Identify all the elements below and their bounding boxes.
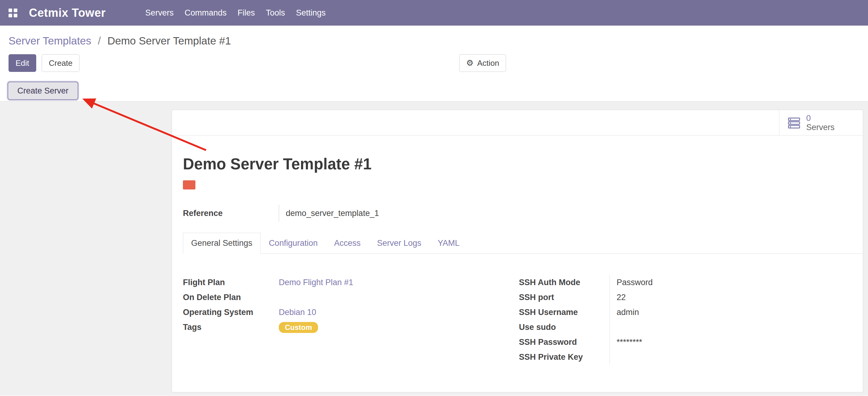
card-header: 0 Servers [172,110,863,136]
brand-title[interactable]: Cetmix Tower [29,6,105,20]
nav-item-tools[interactable]: Tools [260,5,290,21]
breadcrumb-parent-link[interactable]: Server Templates [8,35,91,47]
field-value: ******** [610,335,844,350]
create-button[interactable]: Create [42,54,80,72]
nav-item-settings[interactable]: Settings [290,5,331,21]
servers-icon [787,117,801,129]
field-label: SSH Private Key [519,352,610,362]
server-template-form: 0 Servers Demo Server Template #1 Refere… [172,110,863,392]
notebook-tabs: General Settings Configuration Access Se… [183,233,863,254]
field-ssh-auth-mode: SSH Auth Mode Password [519,275,844,290]
create-server-button[interactable]: Create Server [8,82,78,100]
apps-menu-icon[interactable] [8,8,17,17]
nav-item-files[interactable]: Files [232,5,260,21]
servers-count: 0 [806,114,835,123]
field-label: SSH Password [519,338,610,347]
action-menu-label: Action [477,58,499,68]
control-panel: Server Templates / Demo Server Template … [0,26,868,102]
field-label: Use sudo [519,322,610,332]
gear-icon: ⚙ [466,59,473,67]
field-value: Password [610,275,844,290]
tab-yaml[interactable]: YAML [429,233,468,254]
tab-server-logs[interactable]: Server Logs [369,233,430,254]
field-label: Tags [183,322,279,332]
field-reference: Reference demo_server_template_1 [183,205,863,222]
field-flight-plan: Flight Plan Demo Flight Plan #1 [183,275,519,290]
top-navbar: Cetmix Tower Servers Commands Files Tool… [0,0,868,26]
servers-stat-button[interactable]: 0 Servers [779,110,863,135]
operating-system-link[interactable]: Debian 10 [279,308,316,317]
nav-item-servers[interactable]: Servers [140,5,179,21]
field-label: SSH port [519,293,610,302]
field-value [610,350,844,365]
field-on-delete-plan: On Delete Plan [183,290,519,305]
template-title: Demo Server Template #1 [183,155,863,173]
flight-plan-link[interactable]: Demo Flight Plan #1 [279,278,353,287]
field-ssh-username: SSH Username admin [519,305,844,320]
field-tags: Tags Custom [183,320,519,335]
action-menu-button[interactable]: ⚙ Action [459,54,506,72]
field-value [610,320,844,335]
servers-stat-label: Servers [806,123,835,132]
breadcrumb-separator: / [98,35,101,47]
edit-button[interactable]: Edit [8,54,36,72]
field-label: Reference [183,205,279,222]
color-swatch [183,180,195,190]
tab-access[interactable]: Access [326,233,369,254]
field-label: SSH Auth Mode [519,278,610,287]
field-label: On Delete Plan [183,293,279,302]
field-value: 22 [610,290,844,305]
breadcrumb: Server Templates / Demo Server Template … [0,26,868,47]
field-label: Operating System [183,308,279,317]
field-ssh-password: SSH Password ******** [519,335,844,350]
card-body: Demo Server Template #1 Reference demo_s… [172,136,863,365]
field-label: Flight Plan [183,278,279,287]
statusbar: Create Server [8,82,868,100]
field-use-sudo: Use sudo [519,320,844,335]
field-ssh-port: SSH port 22 [519,290,844,305]
field-value: demo_server_template_1 [279,205,863,222]
right-field-group: SSH Auth Mode Password SSH port 22 SSH U… [519,275,844,365]
breadcrumb-current: Demo Server Template #1 [107,35,231,47]
tag-badge: Custom [279,322,318,333]
tab-general-settings[interactable]: General Settings [183,233,260,254]
field-operating-system: Operating System Debian 10 [183,305,519,320]
content-area: 0 Servers Demo Server Template #1 Refere… [0,102,868,396]
field-groups: Flight Plan Demo Flight Plan #1 On Delet… [183,275,863,365]
left-field-group: Flight Plan Demo Flight Plan #1 On Delet… [183,275,519,365]
field-value: admin [610,305,844,320]
field-label: SSH Username [519,308,610,317]
button-row: Edit Create ⚙ Action [8,54,868,73]
field-ssh-private-key: SSH Private Key [519,350,844,365]
tab-configuration[interactable]: Configuration [260,233,326,254]
main-menu: Servers Commands Files Tools Settings [140,5,331,21]
nav-item-commands[interactable]: Commands [179,5,232,21]
